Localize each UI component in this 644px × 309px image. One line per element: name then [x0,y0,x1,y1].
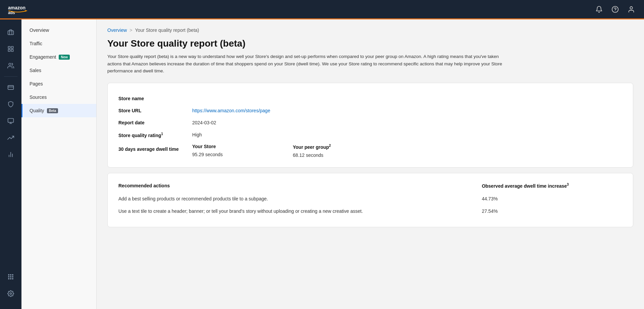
badge-new: New [59,55,70,60]
svg-rect-13 [8,119,14,123]
svg-point-19 [8,274,9,275]
nav-icon-trending[interactable] [3,130,18,145]
nav-icon-settings[interactable] [3,286,18,301]
top-navigation: amazon ads [0,0,644,19]
store-info-card: Store name Store URL https://www.amazon.… [107,83,633,168]
svg-point-21 [12,274,13,275]
quality-rating-row: Store quality rating1 High [118,129,622,141]
store-info-table: Store name Store URL https://www.amazon.… [118,92,622,141]
svg-rect-6 [8,47,10,49]
svg-rect-11 [8,85,14,89]
svg-text:amazon: amazon [8,5,25,10]
page-description: Your Store quality report (beta) is a ne… [107,53,503,75]
report-date-row: Report date 2024-03-02 [118,117,622,129]
sidebar-divider-1 [4,76,17,77]
badge-beta: Beta [47,108,58,113]
rec-action-row: Use a text tile to create a header; bann… [118,205,622,218]
recommended-actions-table: Recommended actions Observed average dwe… [118,183,622,218]
store-url-row: Store URL https://www.amazon.com/stores/… [118,105,622,117]
nav-icon-briefcase[interactable] [3,25,18,40]
svg-rect-5 [8,31,14,35]
nav-icon-apps[interactable] [3,269,18,284]
your-store-col: Your Store 95.29 seconds [192,144,293,157]
rec-action-increase: 44.73% [471,193,622,205]
breadcrumb: Overview > Your Store quality report (be… [107,27,633,33]
breadcrumb-separator: > [129,27,132,33]
breadcrumb-overview-link[interactable]: Overview [107,27,127,33]
nav-icons-group [594,5,636,14]
your-store-value: 95.29 seconds [192,152,293,157]
quality-rating-value: High [192,129,622,141]
svg-point-24 [12,276,13,277]
quality-rating-label: Store quality rating1 [118,129,192,141]
store-url-value[interactable]: https://www.amazon.com/stores/page [192,105,622,117]
icon-sidebar [0,19,21,309]
svg-rect-9 [8,50,10,52]
amazon-ads-logo: amazon ads [8,3,45,15]
increase-column-header: Observed average dwell time increase3 [471,183,622,193]
report-date-label: Report date [118,117,192,129]
user-icon[interactable] [627,5,636,14]
page-title: Your Store quality report (beta) [107,38,633,49]
store-name-value [192,92,622,105]
svg-point-10 [9,63,11,66]
svg-point-22 [8,276,9,277]
nav-icon-shield[interactable] [3,97,18,112]
peer-group-col: Your peer group2 68.12 seconds [293,144,393,158]
your-store-header: Your Store [192,144,293,149]
main-content: Overview > Your Store quality report (be… [97,19,644,309]
report-date-value: 2024-03-02 [192,117,622,129]
svg-point-20 [10,274,11,275]
rec-action-row: Add a best selling products or recommend… [118,193,622,205]
store-name-row: Store name [118,92,622,105]
svg-rect-7 [11,47,13,49]
sidebar-item-engagement[interactable]: Engagement New [21,50,96,64]
rec-action-increase: 27.54% [471,205,622,218]
store-url-link[interactable]: https://www.amazon.com/stores/page [192,108,270,113]
actions-column-header: Recommended actions [118,183,471,193]
svg-point-25 [8,279,9,280]
nav-icon-card[interactable] [3,80,18,95]
nav-icon-bar-chart[interactable] [3,147,18,162]
sidebar-item-overview[interactable]: Overview [21,23,96,37]
sidebar-item-sales[interactable]: Sales [21,64,96,77]
nav-icon-people[interactable] [3,58,18,73]
sidebar-item-traffic[interactable]: Traffic [21,37,96,50]
sidebar-item-pages[interactable]: Pages [21,77,96,90]
peer-group-header: Your peer group2 [293,144,393,150]
svg-point-27 [12,279,13,280]
text-sidebar: Overview Traffic Engagement New Sales Pa… [21,19,97,309]
svg-point-4 [630,6,632,9]
rec-action-text: Add a best selling products or recommend… [118,193,471,205]
dwell-time-label: 30 days average dwell time [118,144,192,152]
svg-rect-8 [11,50,13,52]
store-name-label: Store name [118,92,192,105]
svg-point-28 [10,293,12,295]
bell-icon[interactable] [594,5,604,14]
sidebar-item-quality[interactable]: Quality Beta [21,104,96,117]
svg-point-23 [10,276,11,277]
recommended-actions-card: Recommended actions Observed average dwe… [107,173,633,227]
breadcrumb-current: Your Store quality report (beta) [135,27,199,33]
store-url-label: Store URL [118,105,192,117]
rec-action-text: Use a text tile to create a header; bann… [118,205,471,218]
peer-group-value: 68.12 seconds [293,152,393,158]
nav-icon-monitor[interactable] [3,114,18,128]
nav-icon-grid[interactable] [3,42,18,56]
help-icon[interactable] [610,5,620,14]
svg-point-26 [10,279,11,280]
sidebar-item-sources[interactable]: Sources [21,90,96,104]
logo-svg: amazon ads [8,3,45,15]
dwell-time-section: 30 days average dwell time Your Store 95… [118,144,622,158]
